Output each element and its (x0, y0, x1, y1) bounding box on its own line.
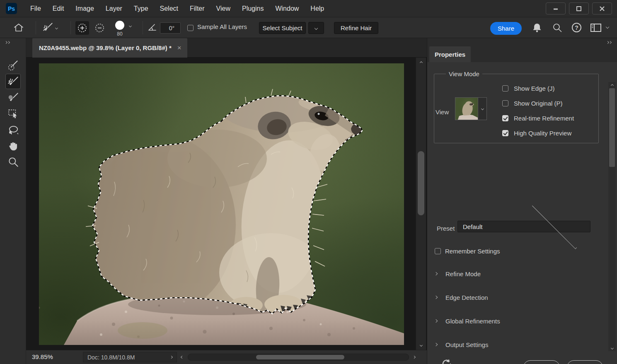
menu-edit[interactable]: Edit (47, 0, 70, 17)
tool-quick-selection[interactable] (5, 58, 21, 73)
close-icon (599, 6, 605, 12)
high-quality-preview-option[interactable]: High Quality Preview (502, 129, 571, 137)
cancel-button[interactable]: Cancel (567, 360, 603, 364)
section-refine-mode[interactable]: Refine Mode (435, 269, 481, 278)
preset-label: Preset (437, 225, 455, 232)
section-global-refinements[interactable]: Global Refinements (435, 316, 500, 325)
notifications-button[interactable] (532, 22, 542, 33)
select-subject-dropdown[interactable] (308, 22, 324, 34)
search-button[interactable] (552, 22, 563, 33)
tool-object-selection[interactable] (5, 106, 21, 121)
chevron-right-icon (434, 343, 438, 346)
menu-select[interactable]: Select (154, 0, 184, 17)
chevron-down-icon (129, 24, 132, 27)
menu-filter[interactable]: Filter (184, 0, 211, 17)
scroll-left-button[interactable] (179, 354, 185, 361)
collapse-tools-button[interactable] (5, 41, 10, 43)
home-icon (13, 22, 24, 33)
scroll-up-button[interactable] (416, 59, 426, 66)
brush-size-dropdown[interactable] (129, 25, 131, 27)
tool-refine-edge-brush[interactable] (5, 74, 21, 89)
preset-value: Default (463, 223, 524, 230)
menu-plugins[interactable]: Plugins (236, 0, 269, 17)
angle-input[interactable]: 0° (160, 22, 181, 34)
chevron-right-icon (434, 272, 438, 275)
canvas-vertical-scrollbar[interactable] (416, 58, 426, 350)
lasso-icon (7, 124, 19, 136)
tab-close-icon[interactable]: × (177, 44, 181, 51)
section-edge-detection[interactable]: Edge Detection (435, 293, 488, 302)
tool-hand[interactable] (5, 138, 21, 153)
properties-panel: Properties View Mode View (427, 38, 617, 364)
home-button[interactable] (12, 22, 26, 34)
brush-size-control[interactable]: 80 (111, 19, 128, 37)
panel-scrollbar[interactable] (608, 82, 616, 351)
realtime-refinement-option[interactable]: Real-time Refinement (502, 114, 574, 122)
sample-all-layers-checkbox[interactable] (187, 25, 194, 31)
workspace-button[interactable] (590, 23, 602, 32)
panel-scroll-thumb[interactable] (609, 88, 615, 167)
chevron-right-icon (7, 41, 10, 44)
section-output-settings[interactable]: Output Settings (435, 340, 488, 349)
workspace-dropdown[interactable] (606, 26, 609, 28)
subtract-from-selection-button[interactable] (93, 21, 106, 35)
minimize-button[interactable] (546, 2, 566, 14)
tool-zoom[interactable] (5, 154, 21, 169)
share-button[interactable]: Share (490, 22, 522, 35)
menu-help[interactable]: Help (305, 0, 330, 17)
status-bar: 39.85% Doc: 10.8M/10.8M (26, 350, 427, 364)
preset-select[interactable]: Default (457, 221, 590, 232)
scroll-down-button[interactable] (416, 342, 426, 348)
document-tab-title: NZ0A9455.webp @ 39.8% (Layer 0, RGB/8#) … (39, 44, 172, 51)
menu-layer[interactable]: Layer (100, 0, 128, 17)
document-sizes-box: Doc: 10.8M/10.8M (83, 352, 177, 362)
add-to-selection-button[interactable] (75, 21, 89, 35)
menu-image[interactable]: Image (70, 0, 99, 17)
panel-scroll-down[interactable] (608, 345, 616, 351)
vertical-scroll-thumb[interactable] (418, 151, 424, 215)
brush-icon (7, 92, 19, 104)
document-tab-bar: NZ0A9455.webp @ 39.8% (Layer 0, RGB/8#) … (26, 38, 427, 58)
show-original-option[interactable]: Show Original (P) (502, 99, 563, 107)
scroll-right-button[interactable] (411, 354, 417, 361)
canvas-image-meerkat[interactable] (39, 63, 404, 345)
collapse-panel-button[interactable] (607, 41, 611, 43)
maximize-button[interactable] (569, 2, 589, 14)
bell-icon (532, 22, 542, 33)
remember-settings-option[interactable]: Remember Settings (435, 248, 500, 255)
chevron-right-icon (434, 296, 438, 299)
show-edge-option[interactable]: Show Edge (J) (502, 84, 554, 92)
tool-lasso[interactable] (5, 122, 21, 137)
refine-edge-brush-icon (7, 76, 19, 87)
horizontal-scroll-thumb[interactable] (256, 355, 344, 359)
panel-scroll-up[interactable] (608, 82, 616, 89)
ok-button[interactable]: OK (523, 360, 560, 364)
add-selection-icon (77, 22, 88, 34)
chevron-down-icon (532, 204, 577, 249)
brush-size-value: 80 (117, 31, 122, 37)
canvas-horizontal-scrollbar[interactable] (188, 354, 409, 361)
tab-properties[interactable]: Properties (429, 46, 471, 62)
canvas-pasteboard[interactable] (26, 58, 416, 350)
refine-hair-button[interactable]: Refine Hair (334, 22, 378, 34)
minimize-icon (553, 6, 559, 12)
help-button[interactable]: ? (572, 23, 581, 32)
view-thumbnail[interactable] (455, 97, 478, 120)
subtract-selection-icon (94, 22, 105, 34)
close-button[interactable] (592, 2, 612, 14)
reset-button[interactable] (441, 359, 452, 364)
menu-type[interactable]: Type (128, 0, 154, 17)
menu-window[interactable]: Window (269, 0, 305, 17)
status-options-chevron[interactable] (170, 356, 173, 359)
document-tab[interactable]: NZ0A9455.webp @ 39.8% (Layer 0, RGB/8#) … (32, 38, 187, 58)
reset-icon (441, 359, 452, 364)
zoom-level-field[interactable]: 39.85% (32, 353, 53, 360)
select-subject-button[interactable]: Select Subject (259, 22, 306, 34)
tool-preset-picker[interactable] (41, 21, 59, 35)
tool-brush[interactable] (5, 90, 21, 105)
checkbox-unchecked (502, 100, 508, 106)
menu-view[interactable]: View (211, 0, 236, 17)
view-dropdown[interactable] (478, 97, 487, 120)
document-sizes-text: Doc: 10.8M/10.8M (87, 354, 170, 361)
menu-file[interactable]: File (24, 0, 47, 17)
